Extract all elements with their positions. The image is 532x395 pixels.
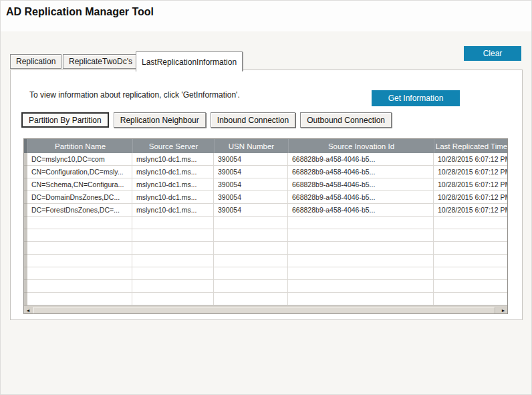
- table-row-empty[interactable]: [24, 293, 507, 305]
- cell: [132, 255, 214, 267]
- cell: [132, 267, 214, 280]
- cell: [132, 217, 214, 229]
- cell: [288, 255, 434, 267]
- cell: mslync10-dc1.ms...: [132, 204, 214, 217]
- table-row-empty[interactable]: [24, 280, 507, 293]
- table-row[interactable]: DC=ForestDnsZones,DC=...mslync10-dc1.ms.…: [24, 204, 507, 217]
- table-row[interactable]: DC=DomainDnsZones,DC...mslync10-dc1.ms..…: [24, 191, 507, 204]
- instruction-text: To view information about replication, c…: [29, 90, 240, 100]
- cell: 668828b9-a458-4046-b5...: [288, 204, 434, 217]
- cell: 10/28/2015 6:07:12 PM: [434, 191, 508, 204]
- table-row-empty[interactable]: [24, 255, 507, 267]
- cell: 668828b9-a458-4046-b5...: [288, 166, 434, 178]
- cell: [27, 293, 132, 305]
- scroll-right-icon[interactable]: ►: [499, 306, 507, 315]
- cell: 668828b9-a458-4046-b5...: [288, 153, 434, 166]
- column-header-usn-number[interactable]: USN Number: [214, 139, 288, 153]
- cell: [27, 229, 132, 242]
- cell: DC=mslync10,DC=com: [27, 153, 132, 166]
- scrollbar-thumb[interactable]: [33, 307, 495, 314]
- cell: [434, 267, 508, 280]
- cell: CN=Configuration,DC=msly...: [27, 166, 132, 178]
- cell: 390054: [214, 204, 288, 217]
- cell: 10/28/2015 6:07:12 PM: [434, 153, 508, 166]
- cell: [434, 242, 508, 255]
- cell: [434, 255, 508, 267]
- tab-replicatetwodc-s[interactable]: ReplicateTwoDc's: [63, 54, 138, 69]
- cell: [214, 255, 288, 267]
- subtab-inbound-connection[interactable]: Inbound Connection: [211, 112, 295, 128]
- cell: DC=DomainDnsZones,DC...: [27, 191, 132, 204]
- cell: [27, 242, 132, 255]
- cell: DC=ForestDnsZones,DC=...: [27, 204, 132, 217]
- cell: 390054: [214, 166, 288, 178]
- cell: [288, 217, 434, 229]
- cell: [288, 293, 434, 305]
- cell: mslync10-dc1.ms...: [132, 178, 214, 191]
- cell: mslync10-dc1.ms...: [132, 191, 214, 204]
- cell: [214, 267, 288, 280]
- cell: mslync10-dc1.ms...: [132, 153, 214, 166]
- cell: [214, 293, 288, 305]
- table-row[interactable]: DC=mslync10,DC=commslync10-dc1.ms...3900…: [24, 153, 507, 166]
- tab-replication[interactable]: Replication: [10, 54, 61, 69]
- cell: [214, 242, 288, 255]
- cell: [132, 229, 214, 242]
- cell: [27, 255, 132, 267]
- scroll-left-icon[interactable]: ◄: [24, 306, 32, 315]
- cell: CN=Schema,CN=Configura...: [27, 178, 132, 191]
- cell: 390054: [214, 191, 288, 204]
- cell: [288, 229, 434, 242]
- cell: [288, 242, 434, 255]
- grid-rows: DC=mslync10,DC=commslync10-dc1.ms...3900…: [24, 153, 507, 305]
- cell: 390054: [214, 153, 288, 166]
- cell: [132, 293, 214, 305]
- table-row-empty[interactable]: [24, 267, 507, 280]
- cell: 10/28/2015 6:07:12 PM: [434, 166, 508, 178]
- subtab-outbound-connection[interactable]: Outbound Connection: [300, 112, 392, 128]
- grid-header-row: Partition NameSource ServerUSN NumberSou…: [24, 139, 507, 153]
- tab-lastreplicationinformation[interactable]: LastReplicationInformation: [136, 51, 243, 72]
- cell: [434, 229, 508, 242]
- cell: [214, 229, 288, 242]
- column-header-source-server[interactable]: Source Server: [132, 139, 214, 153]
- tab-page-lastreplicationinformation: To view information about replication, c…: [10, 70, 523, 320]
- tab-strip: ReplicationReplicateTwoDc'sLastReplicati…: [1, 50, 531, 70]
- cell: [434, 293, 508, 305]
- cell: [434, 217, 508, 229]
- subtab-button-row: Partition By PartitionReplication Neighb…: [21, 112, 396, 128]
- subtab-replication-neighbour[interactable]: Replication Neighbour: [114, 112, 206, 128]
- cell: mslync10-dc1.ms...: [132, 166, 214, 178]
- column-header-source-inovation-id[interactable]: Source Inovation Id: [288, 139, 434, 153]
- cell: [214, 280, 288, 293]
- subtab-partition-by-partition[interactable]: Partition By Partition: [21, 112, 109, 128]
- cell: 390054: [214, 178, 288, 191]
- cell: 10/28/2015 6:07:12 PM: [434, 178, 508, 191]
- table-row-empty[interactable]: [24, 217, 507, 229]
- cell: [27, 267, 132, 280]
- title-bar: AD Replication Manager Tool: [1, 1, 531, 31]
- table-row[interactable]: CN=Schema,CN=Configura...mslync10-dc1.ms…: [24, 178, 507, 191]
- table-row-empty[interactable]: [24, 242, 507, 255]
- cell: 668828b9-a458-4046-b5...: [288, 178, 434, 191]
- cell: 668828b9-a458-4046-b5...: [288, 191, 434, 204]
- app-window: AD Replication Manager Tool Clear Replic…: [0, 0, 532, 395]
- page-title: AD Replication Manager Tool: [6, 6, 154, 18]
- column-header-partition-name[interactable]: Partition Name: [27, 139, 132, 153]
- cell: [132, 242, 214, 255]
- cell: [132, 280, 214, 293]
- get-information-button[interactable]: Get Information: [372, 90, 460, 106]
- column-header-last-replicated-time[interactable]: Last Replicated Time: [434, 139, 508, 153]
- cell: [434, 280, 508, 293]
- cell: [288, 267, 434, 280]
- cell: [27, 217, 132, 229]
- horizontal-scrollbar[interactable]: ◄ ►: [24, 305, 507, 314]
- table-row[interactable]: CN=Configuration,DC=msly...mslync10-dc1.…: [24, 166, 507, 178]
- cell: [214, 217, 288, 229]
- table-row-empty[interactable]: [24, 229, 507, 242]
- cell: [288, 280, 434, 293]
- replication-data-grid: Partition NameSource ServerUSN NumberSou…: [23, 138, 508, 314]
- cell: 10/28/2015 6:07:12 PM: [434, 204, 508, 217]
- cell: [27, 280, 132, 293]
